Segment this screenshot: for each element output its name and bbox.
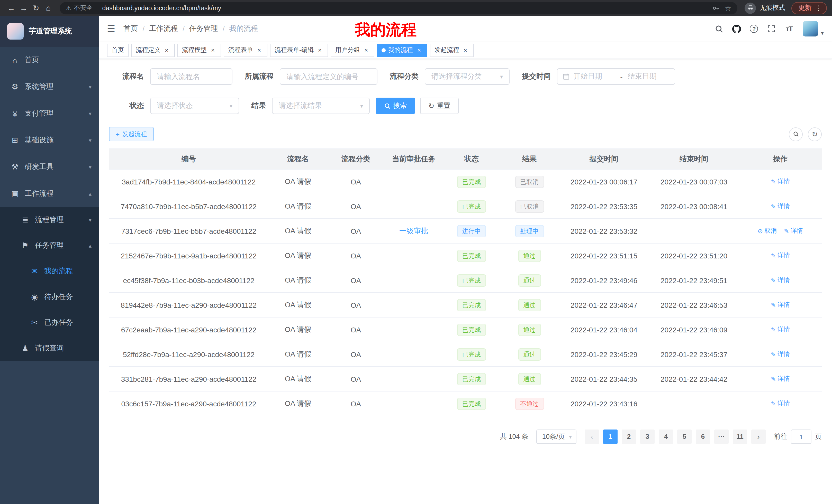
sidebar-item[interactable]: ✉ 我的流程 bbox=[0, 258, 99, 284]
menu-label: 我的流程 bbox=[44, 267, 92, 276]
page-number[interactable]: 11 bbox=[733, 429, 747, 444]
process-table: 编号 流程名 流程分类 当前审批任务 状态 结果 bbox=[109, 148, 822, 416]
sidebar-item[interactable]: ≣ 流程管理 ▾ bbox=[0, 207, 99, 233]
filter-field-submit-time: 提交时间 开始日期 - 结束日期 bbox=[522, 68, 675, 85]
sidebar-item[interactable]: ▣ 工作流程 ▴ bbox=[0, 180, 99, 207]
dev-tools-icon: ⚒ bbox=[10, 162, 20, 172]
detail-action[interactable]: ✎详情 bbox=[771, 177, 790, 186]
bookmark-star-icon[interactable]: ☆ bbox=[725, 4, 731, 12]
process-name-input[interactable] bbox=[150, 68, 232, 85]
chevron-icon: ▾ bbox=[89, 110, 92, 117]
browser-home-icon[interactable]: ⌂ bbox=[42, 4, 54, 12]
tab[interactable]: 用户分组 × bbox=[331, 44, 374, 57]
sidebar-item[interactable]: ⚒ 研发工具 ▾ bbox=[0, 153, 99, 180]
detail-action[interactable]: ✎详情 bbox=[784, 227, 803, 235]
breadcrumb-link[interactable]: 我的流程 bbox=[229, 24, 258, 33]
parent-process-input[interactable] bbox=[280, 68, 378, 85]
sidebar-item[interactable]: ◉ 待办任务 bbox=[0, 284, 99, 310]
sidebar-item[interactable]: ¥ 支付管理 ▾ bbox=[0, 100, 99, 127]
page-size-select[interactable]: 10条/页 ▾ bbox=[537, 429, 576, 444]
browser-reload-icon[interactable]: ↻ bbox=[30, 3, 42, 12]
breadcrumb-link[interactable]: 工作流程 bbox=[149, 24, 178, 33]
sidebar-item[interactable]: ♟ 请假查询 bbox=[0, 335, 99, 361]
browser-back-icon[interactable]: ← bbox=[5, 4, 18, 12]
tab[interactable]: 流程表单-编辑 × bbox=[270, 44, 328, 57]
prev-page-button[interactable]: ‹ bbox=[585, 429, 599, 444]
detail-action[interactable]: ✎详情 bbox=[771, 251, 790, 260]
cell-end-time: 2022-01-22 23:46:53 bbox=[649, 292, 739, 317]
user-avatar[interactable] bbox=[803, 21, 818, 36]
security-label[interactable]: 不安全 bbox=[74, 4, 93, 12]
detail-action[interactable]: ✎详情 bbox=[771, 301, 790, 310]
current-task-link[interactable]: 一级审批 bbox=[399, 226, 428, 234]
page-number[interactable]: ··· bbox=[714, 429, 729, 444]
menu-label: 请假查询 bbox=[35, 344, 92, 353]
browser-menu-icon[interactable]: ⋮ bbox=[815, 4, 822, 12]
tab-close-icon[interactable]: × bbox=[462, 47, 469, 54]
cell-status: 已完成 bbox=[443, 342, 500, 367]
sidebar-item[interactable]: ⚙ 系统管理 ▾ bbox=[0, 74, 99, 100]
create-process-button[interactable]: + 发起流程 bbox=[109, 127, 154, 141]
cell-actions: ✎详情 bbox=[739, 268, 822, 292]
sidebar-item[interactable]: ⌂ 首页 bbox=[0, 47, 99, 74]
tab-close-icon[interactable]: × bbox=[415, 47, 423, 54]
page-number[interactable]: 3 bbox=[640, 429, 655, 444]
update-button[interactable]: 更新 ⋮ bbox=[791, 2, 827, 14]
breadcrumb-link[interactable]: 首页 bbox=[123, 24, 138, 33]
tab[interactable]: 流程模型 × bbox=[177, 44, 221, 57]
tab-close-icon[interactable]: × bbox=[316, 47, 323, 54]
tab[interactable]: 首页 bbox=[107, 44, 129, 57]
cell-category: OA bbox=[328, 268, 384, 292]
page-number[interactable]: 2 bbox=[622, 429, 636, 444]
page-number[interactable]: 6 bbox=[696, 429, 710, 444]
fullscreen-icon[interactable] bbox=[763, 20, 780, 37]
detail-action[interactable]: ✎详情 bbox=[771, 202, 790, 211]
calendar-icon bbox=[563, 73, 570, 80]
toggle-search-button[interactable] bbox=[789, 127, 803, 141]
search-button[interactable]: 搜索 bbox=[376, 97, 415, 114]
sidebar-item[interactable]: ⊞ 基础设施 ▾ bbox=[0, 127, 99, 153]
font-size-icon[interactable]: тT bbox=[780, 20, 798, 37]
tab-close-icon[interactable]: × bbox=[363, 47, 370, 54]
result-select[interactable]: 请选择流结果 ▾ bbox=[272, 97, 370, 114]
status-select[interactable]: 请选择状态 ▾ bbox=[150, 97, 239, 114]
menu-label: 支付管理 bbox=[25, 109, 83, 118]
cell-id: 52ffd28e-7b9a-11ec-a290-acde48001122 bbox=[109, 342, 268, 367]
key-icon[interactable] bbox=[712, 4, 720, 11]
page-number[interactable]: 1 bbox=[603, 429, 618, 444]
refresh-table-button[interactable]: ↻ bbox=[808, 127, 822, 141]
app-logo-row[interactable]: 芋道管理系统 bbox=[0, 16, 99, 47]
reset-button[interactable]: ↻ 重置 bbox=[420, 97, 459, 114]
detail-action[interactable]: ✎详情 bbox=[771, 375, 790, 384]
github-icon[interactable] bbox=[728, 20, 745, 37]
detail-action[interactable]: ✎详情 bbox=[771, 276, 790, 285]
avatar-caret-icon[interactable]: ▾ bbox=[821, 30, 824, 36]
header-search-icon[interactable] bbox=[710, 20, 728, 37]
detail-action[interactable]: ✎详情 bbox=[771, 326, 790, 334]
sidebar-item[interactable]: ✂ 已办任务 bbox=[0, 310, 99, 335]
hamburger-icon[interactable]: ☰ bbox=[107, 23, 115, 34]
tab[interactable]: 流程表单 × bbox=[224, 44, 267, 57]
detail-action[interactable]: ✎详情 bbox=[771, 399, 790, 408]
detail-action[interactable]: ✎详情 bbox=[771, 350, 790, 359]
breadcrumb-link[interactable]: 任务管理 bbox=[189, 24, 218, 33]
tab[interactable]: 发起流程 × bbox=[430, 44, 474, 57]
page-number[interactable]: 5 bbox=[677, 429, 692, 444]
tab-close-icon[interactable]: × bbox=[163, 47, 170, 54]
tab-close-icon[interactable]: × bbox=[209, 47, 216, 54]
submit-time-range-picker[interactable]: 开始日期 - 结束日期 bbox=[557, 68, 675, 85]
sidebar-item[interactable]: ⚑ 任务管理 ▴ bbox=[0, 233, 99, 258]
browser-forward-icon[interactable]: → bbox=[18, 4, 30, 12]
tab-close-icon[interactable]: × bbox=[256, 47, 263, 54]
category-select[interactable]: 请选择流程分类 ▾ bbox=[425, 68, 510, 85]
page-number[interactable]: 4 bbox=[659, 429, 673, 444]
tab[interactable]: 流程定义 × bbox=[131, 44, 175, 57]
goto-page-input[interactable] bbox=[791, 429, 811, 444]
address-bar[interactable]: ⚠ 不安全 dashboard.yudao.iocoder.cn/bpm/tas… bbox=[60, 2, 737, 14]
cancel-action[interactable]: ⊘取消 bbox=[758, 227, 777, 235]
not-secure-warning-icon[interactable]: ⚠ bbox=[66, 4, 72, 11]
help-icon[interactable]: ? bbox=[745, 20, 763, 37]
next-page-button[interactable]: › bbox=[751, 429, 766, 444]
tab[interactable]: 我的流程 × bbox=[377, 44, 427, 57]
cell-end-time: 2022-01-22 23:45:37 bbox=[649, 342, 739, 367]
